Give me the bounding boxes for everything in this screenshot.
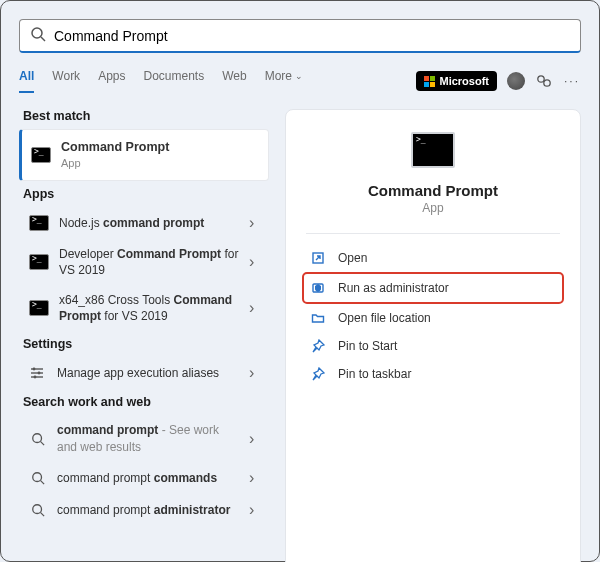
svg-point-0 — [32, 28, 42, 38]
web-result-commands[interactable]: command prompt commands › — [19, 462, 269, 494]
chevron-right-icon: › — [249, 299, 261, 317]
action-label: Run as administrator — [338, 281, 449, 295]
svg-point-9 — [34, 376, 37, 379]
svg-line-13 — [41, 480, 45, 484]
command-prompt-icon — [29, 254, 49, 270]
content-area: Best match Command Prompt App Apps Node.… — [19, 109, 581, 562]
search-icon — [29, 431, 47, 447]
chevron-right-icon: › — [249, 501, 261, 519]
scope-tabs: All Work Apps Documents Web More ⌄ — [19, 69, 303, 93]
best-match-title: Command Prompt — [61, 140, 169, 154]
search-box[interactable] — [19, 19, 581, 53]
start-search-window: All Work Apps Documents Web More ⌄ Micro… — [0, 0, 600, 562]
app-result-devcmd[interactable]: Developer Command Prompt for VS 2019 › — [19, 239, 269, 285]
section-apps: Apps — [23, 187, 269, 201]
svg-point-12 — [33, 473, 42, 482]
pin-icon — [310, 366, 326, 382]
tab-apps[interactable]: Apps — [98, 69, 125, 93]
app-result-label: Developer Command Prompt for VS 2019 — [59, 246, 239, 278]
svg-line-15 — [41, 512, 45, 516]
folder-icon — [310, 310, 326, 326]
shield-admin-icon — [310, 280, 326, 296]
action-label: Open file location — [338, 311, 431, 325]
svg-point-2 — [538, 76, 544, 82]
chevron-right-icon: › — [249, 430, 261, 448]
action-open-file-location[interactable]: Open file location — [306, 304, 560, 332]
chevron-down-icon: ⌄ — [295, 71, 303, 81]
open-icon — [310, 250, 326, 266]
web-result-main[interactable]: command prompt - See work and web result… — [19, 415, 269, 461]
search-icon — [30, 26, 46, 46]
app-result-node[interactable]: Node.js command prompt › — [19, 207, 269, 239]
web-result-label: command prompt - See work and web result… — [57, 422, 239, 454]
command-prompt-icon — [29, 215, 49, 231]
detail-type: App — [306, 201, 560, 215]
best-match-subtitle: App — [61, 156, 260, 171]
web-result-administrator[interactable]: command prompt administrator › — [19, 494, 269, 526]
detail-title: Command Prompt — [306, 182, 560, 199]
tab-work[interactable]: Work — [52, 69, 80, 93]
header-right-controls: Microsoft ··· — [416, 71, 582, 91]
tab-more[interactable]: More ⌄ — [265, 69, 303, 93]
chevron-right-icon: › — [249, 364, 261, 382]
best-match-result[interactable]: Command Prompt App — [19, 129, 269, 181]
svg-point-3 — [544, 80, 550, 86]
section-settings: Settings — [23, 337, 269, 351]
action-label: Pin to taskbar — [338, 367, 411, 381]
action-pin-to-start[interactable]: Pin to Start — [306, 332, 560, 360]
rewards-icon[interactable] — [535, 73, 553, 89]
tab-documents[interactable]: Documents — [143, 69, 204, 93]
action-pin-to-taskbar[interactable]: Pin to taskbar — [306, 360, 560, 388]
section-search-web: Search work and web — [23, 395, 269, 409]
separator — [306, 233, 560, 234]
settings-result-aliases[interactable]: Manage app execution aliases › — [19, 357, 269, 389]
chevron-right-icon: › — [249, 253, 261, 271]
svg-point-10 — [33, 433, 42, 442]
section-best-match: Best match — [23, 109, 269, 123]
command-prompt-icon — [29, 300, 49, 316]
results-column: Best match Command Prompt App Apps Node.… — [19, 109, 269, 562]
command-prompt-preview-icon — [411, 132, 455, 168]
detail-panel: Command Prompt App Open Run as administr… — [285, 109, 581, 562]
chevron-right-icon: › — [249, 214, 261, 232]
svg-line-1 — [41, 37, 45, 41]
scope-tabs-row: All Work Apps Documents Web More ⌄ Micro… — [19, 67, 581, 95]
command-prompt-icon — [31, 147, 51, 163]
svg-point-7 — [33, 368, 36, 371]
app-result-label: Node.js command prompt — [59, 215, 239, 231]
app-result-crosstools[interactable]: x64_x86 Cross Tools Command Prompt for V… — [19, 285, 269, 331]
action-run-as-administrator[interactable]: Run as administrator — [304, 274, 562, 302]
app-result-label: x64_x86 Cross Tools Command Prompt for V… — [59, 292, 239, 324]
pin-icon — [310, 338, 326, 354]
search-icon — [29, 502, 47, 518]
svg-point-14 — [33, 505, 42, 514]
action-label: Open — [338, 251, 367, 265]
list-settings-icon — [29, 365, 47, 381]
action-open[interactable]: Open — [306, 244, 560, 272]
svg-line-11 — [41, 441, 45, 445]
avatar[interactable] — [507, 72, 525, 90]
tab-all[interactable]: All — [19, 69, 34, 93]
search-input[interactable] — [46, 28, 570, 44]
more-options-icon[interactable]: ··· — [563, 74, 581, 88]
microsoft-label: Microsoft — [440, 75, 490, 87]
search-icon — [29, 470, 47, 486]
settings-result-label: Manage app execution aliases — [57, 365, 239, 381]
tab-web[interactable]: Web — [222, 69, 246, 93]
web-result-label: command prompt commands — [57, 470, 239, 486]
microsoft-logo-icon — [424, 76, 435, 87]
svg-point-8 — [38, 372, 41, 375]
tab-more-label: More — [265, 69, 292, 83]
web-result-label: command prompt administrator — [57, 502, 239, 518]
chevron-right-icon: › — [249, 469, 261, 487]
microsoft-account-badge[interactable]: Microsoft — [416, 71, 498, 91]
action-label: Pin to Start — [338, 339, 397, 353]
